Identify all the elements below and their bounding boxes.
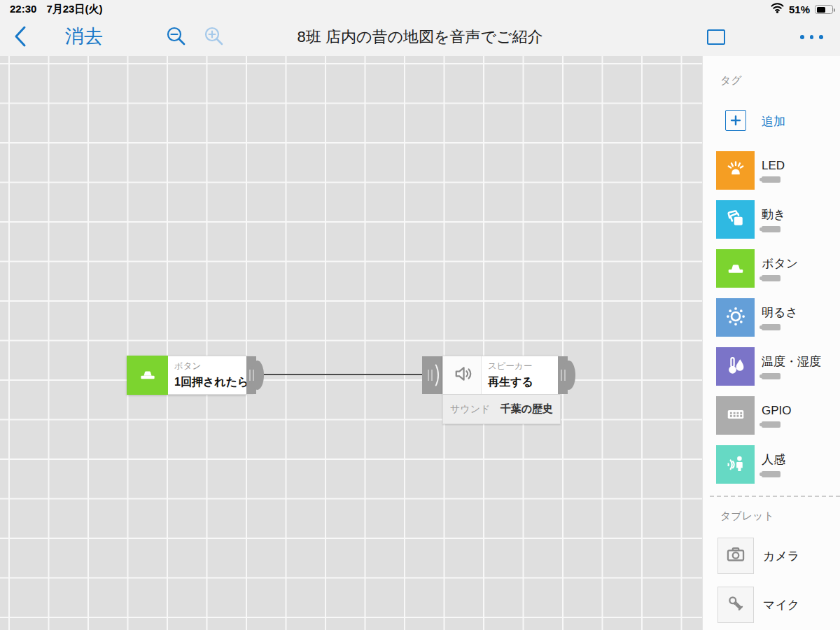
canvas-mode-button[interactable] xyxy=(707,29,725,45)
speaker-block[interactable]: スピーカー 再生する サウンド 千葉の歴史 xyxy=(422,356,573,426)
battery-level-icon xyxy=(762,226,780,232)
app-screen: 22:30 7月23日(火) 51% xyxy=(0,0,840,630)
tablet-section-header: タブレット xyxy=(720,510,774,523)
plus-icon xyxy=(725,110,746,131)
camera-tile xyxy=(718,538,754,574)
status-time: 22:30 xyxy=(10,3,36,16)
camera-icon xyxy=(724,542,748,569)
battery-percent: 51% xyxy=(789,4,810,15)
tag-item-led[interactable]: LED xyxy=(716,151,785,190)
button-icon xyxy=(723,255,748,283)
block-tag-name: スピーカー xyxy=(488,360,554,372)
speaker-sound-property[interactable]: サウンド 千葉の歴史 xyxy=(442,395,561,424)
add-tag-label: 追加 xyxy=(762,113,785,130)
led-tile xyxy=(716,151,755,190)
status-bar: 22:30 7月23日(火) 51% xyxy=(0,0,840,18)
block-palette-sidebar: タグ 追加 xyxy=(702,56,840,630)
button-block-body: ボタン 1回押されたら xyxy=(168,356,253,395)
tag-item-motion-sensor[interactable]: 人感 xyxy=(716,445,785,484)
gpio-pins-icon xyxy=(723,402,748,430)
speaker-output-connector[interactable] xyxy=(558,356,568,394)
zoom-in-button[interactable] xyxy=(203,25,225,48)
sun-icon xyxy=(723,304,748,332)
nav-bar: 消去 xyxy=(0,18,840,56)
speaker-icon xyxy=(449,361,475,389)
move-icon xyxy=(723,206,748,234)
battery-level-icon xyxy=(762,373,780,379)
button-block[interactable]: ボタン 1回押されたら xyxy=(127,356,246,395)
battery-icon xyxy=(815,5,833,14)
chevron-left-icon xyxy=(13,38,28,50)
tags-section-header: タグ xyxy=(720,74,742,88)
tag-item-button[interactable]: ボタン xyxy=(716,249,798,288)
block-action: 再生する xyxy=(488,375,554,390)
ellipsis-icon xyxy=(800,35,804,39)
property-label: サウンド xyxy=(450,403,490,416)
recipe-canvas[interactable]: ボタン 1回押されたら xyxy=(0,56,702,630)
button-output-connector[interactable] xyxy=(246,356,256,394)
section-divider xyxy=(710,496,840,497)
person-waves-icon xyxy=(723,451,748,479)
add-tag-button[interactable]: 追加 xyxy=(725,110,830,131)
temp-humidity-tile xyxy=(716,347,755,386)
top-header: 22:30 7月23日(火) 51% xyxy=(0,0,840,56)
tablet-item-mic[interactable]: マイク xyxy=(718,587,799,623)
battery-level-icon xyxy=(762,421,780,428)
motion-sensor-tile xyxy=(716,445,755,484)
magnifier-minus-icon xyxy=(165,38,188,50)
button-block-tile xyxy=(127,356,168,395)
battery-level-icon xyxy=(762,324,780,330)
page-title: 8班 店内の昔の地図を音声でご紹介 xyxy=(298,27,543,48)
battery-level-icon xyxy=(762,275,780,281)
battery-level-icon xyxy=(762,176,780,183)
thermometer-drop-icon xyxy=(723,353,748,381)
brightness-tile xyxy=(716,298,755,337)
microphone-icon-tile xyxy=(718,587,754,623)
back-button[interactable] xyxy=(13,25,28,48)
magnifier-plus-icon xyxy=(203,38,225,50)
move-tile xyxy=(716,200,755,239)
button-icon xyxy=(136,362,160,388)
more-menu-button[interactable] xyxy=(800,35,823,39)
block-action: 1回押されたら xyxy=(174,375,248,390)
block-tag-name: ボタン xyxy=(174,360,248,372)
speaker-block-tile xyxy=(443,356,482,394)
microphone-icon xyxy=(724,592,748,618)
gpio-tile xyxy=(716,396,755,435)
connection-wire[interactable] xyxy=(258,374,428,375)
tag-item-move[interactable]: 動き xyxy=(716,200,785,239)
status-date: 7月23日(火) xyxy=(46,3,102,16)
wifi-icon xyxy=(771,3,784,16)
tablet-item-camera[interactable]: カメラ xyxy=(718,538,799,574)
zoom-out-button[interactable] xyxy=(165,25,188,48)
tag-item-brightness[interactable]: 明るさ xyxy=(716,298,798,337)
property-value: 千葉の歴史 xyxy=(500,402,553,416)
button-tile xyxy=(716,249,755,288)
tag-item-temp-humidity[interactable]: 温度・湿度 xyxy=(716,347,821,386)
tag-item-gpio[interactable]: GPIO xyxy=(716,396,792,435)
speaker-block-body: スピーカー 再生する xyxy=(482,356,558,394)
erase-button[interactable]: 消去 xyxy=(65,24,103,49)
battery-level-icon xyxy=(762,471,780,477)
led-icon xyxy=(723,157,748,185)
speaker-input-connector[interactable] xyxy=(422,356,442,394)
